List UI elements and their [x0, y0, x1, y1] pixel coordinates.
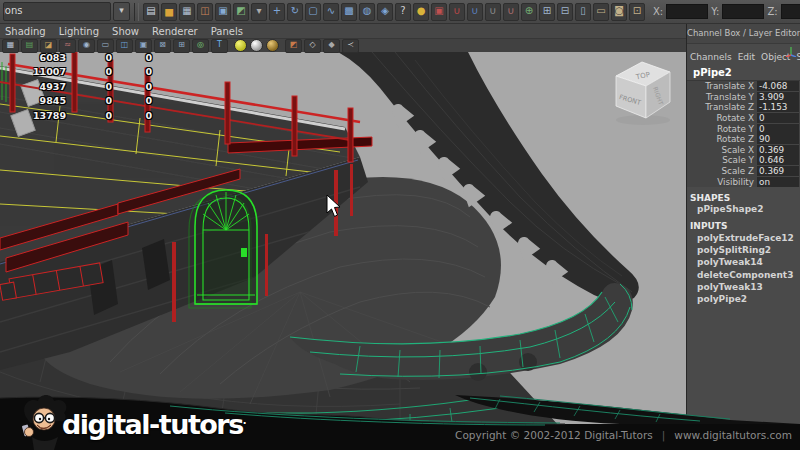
- y-input[interactable]: [722, 4, 764, 19]
- curve-tool-icon[interactable]: ∿: [323, 3, 339, 21]
- two-d-pan-zoom-icon[interactable]: ▣: [135, 39, 152, 53]
- channel-attribute-value[interactable]: 0.646: [757, 155, 799, 165]
- snap-point-magnet-icon[interactable]: ∪: [485, 3, 501, 21]
- input-node[interactable]: polyTweak14: [687, 256, 800, 268]
- scale-tool-icon[interactable]: ▢: [305, 3, 321, 21]
- panel-menubar: ShadingLightingShowRendererPanels: [0, 24, 686, 38]
- selected-object-name[interactable]: pPipe2: [687, 64, 800, 80]
- texture-view-icon[interactable]: T: [211, 39, 228, 53]
- show-manipulator-icon[interactable]: ◈: [377, 3, 393, 21]
- image-plane-icon[interactable]: ◫: [116, 39, 133, 53]
- channel-attribute-value[interactable]: 3.909: [757, 92, 799, 102]
- textured-cube-icon[interactable]: ◆: [323, 39, 340, 53]
- construction-history-icon[interactable]: ▯: [575, 3, 591, 21]
- view-axis-icon[interactable]: ⊞: [173, 39, 190, 53]
- viewport-canvas[interactable]: TOP FRONT RIGHT persp: [0, 52, 686, 427]
- lattice-tool-icon[interactable]: ▩: [341, 3, 357, 21]
- smooth-shade-sphere-icon[interactable]: [250, 39, 263, 52]
- channel-attribute-row[interactable]: Translate Y 3.909: [687, 92, 800, 103]
- combo-arrow-icon[interactable]: ▾: [251, 3, 267, 21]
- input-node[interactable]: deleteComponent3: [687, 268, 800, 280]
- channel-attribute-label: Translate Z: [687, 102, 757, 112]
- snap-plane-magnet-icon[interactable]: ∪: [503, 3, 519, 21]
- channel-attribute-row[interactable]: Translate X -4.068: [687, 81, 800, 92]
- gate-mask-icon[interactable]: ≈: [59, 39, 76, 53]
- select-object-icon[interactable]: ▣: [215, 3, 231, 21]
- wireframe-shade-sphere-icon[interactable]: [234, 39, 247, 52]
- soft-mod-tool-icon[interactable]: ◍: [359, 3, 375, 21]
- render-settings-icon[interactable]: ⊡: [629, 3, 645, 21]
- icon-glyph: +: [273, 5, 281, 16]
- perspective-viewport[interactable]: TOP FRONT RIGHT persp: [0, 52, 686, 427]
- channel-attribute-row[interactable]: Scale X 0.369: [687, 145, 800, 156]
- file-new-icon[interactable]: ▤: [143, 3, 159, 21]
- panel-menu-item[interactable]: Shading: [5, 26, 46, 37]
- output-connections-icon[interactable]: ⊟: [557, 3, 573, 21]
- folder-open-icon[interactable]: ▅: [161, 3, 177, 21]
- channel-attribute-value[interactable]: 0.369: [757, 166, 799, 176]
- panel-menu-item[interactable]: Panels: [211, 26, 243, 37]
- grid-toggle-icon[interactable]: ▦: [2, 39, 19, 53]
- camera-attributes-icon[interactable]: ◉: [78, 39, 95, 53]
- input-connections-icon[interactable]: ⊞: [539, 3, 555, 21]
- help-icon[interactable]: ?: [395, 3, 411, 21]
- channel-box-menu-item[interactable]: Channels: [690, 52, 732, 62]
- rotate-tool-icon[interactable]: ↻: [287, 3, 303, 21]
- channel-attribute-label: Scale Y: [687, 155, 757, 165]
- channel-attribute-row[interactable]: Visibility on: [687, 176, 800, 187]
- axis-manipulator-icon[interactable]: [785, 45, 797, 57]
- channel-attribute-value[interactable]: 0: [757, 113, 799, 123]
- snap-curve-magnet-icon[interactable]: ∪: [467, 3, 483, 21]
- panel-menu-item[interactable]: Renderer: [152, 26, 198, 37]
- channel-box-menu-item[interactable]: Edit: [738, 52, 755, 62]
- channel-attribute-value[interactable]: 0.369: [757, 145, 799, 155]
- input-node[interactable]: polyPipe2: [687, 293, 800, 305]
- active-door-arch[interactable]: [189, 190, 257, 308]
- icon-glyph: ▣: [140, 40, 148, 49]
- x-input[interactable]: [666, 4, 708, 19]
- lock-icon[interactable]: ●: [413, 3, 429, 21]
- channel-attribute-row[interactable]: Scale Y 0.646: [687, 155, 800, 166]
- film-gate-icon[interactable]: ▤: [21, 39, 38, 53]
- bookmark-icon[interactable]: ▭: [97, 39, 114, 53]
- channel-attribute-value[interactable]: 90: [757, 134, 799, 144]
- z-input[interactable]: [781, 4, 800, 19]
- icon-glyph: ▢: [308, 5, 317, 16]
- snap-grid-magnet-icon[interactable]: ∪: [449, 3, 465, 21]
- input-node[interactable]: polyTweak13: [687, 281, 800, 293]
- resolution-gate-icon[interactable]: ◪: [40, 39, 57, 53]
- menu-set-dropdown[interactable]: Polygons: [3, 2, 111, 21]
- channel-attribute-row[interactable]: Rotate X 0: [687, 113, 800, 124]
- channel-attribute-value[interactable]: -1.153: [757, 102, 799, 112]
- panel-menu-item[interactable]: Show: [112, 26, 139, 37]
- textured-shade-sphere-icon[interactable]: [266, 39, 279, 52]
- shape-node[interactable]: pPipeShape2: [687, 203, 800, 215]
- default-material-icon[interactable]: ◇: [304, 39, 321, 53]
- share-nodes-icon[interactable]: ≺: [342, 39, 359, 53]
- channel-attribute-row[interactable]: Scale Z 0.369: [687, 166, 800, 177]
- isolate-select-icon[interactable]: ◩: [285, 39, 302, 53]
- panel-menu-item[interactable]: Lighting: [59, 26, 99, 37]
- icon-glyph: ≺: [347, 40, 354, 49]
- channel-attribute-value[interactable]: -4.068: [757, 81, 799, 91]
- oversampling-icon[interactable]: ⊠: [154, 39, 171, 53]
- channel-attribute-row[interactable]: Rotate Y 0: [687, 123, 800, 134]
- input-node[interactable]: polySplitRing2: [687, 244, 800, 256]
- move-tool-icon[interactable]: +: [269, 3, 285, 21]
- save-scene-icon[interactable]: ▦: [179, 3, 195, 21]
- safe-title-icon[interactable]: ◎: [192, 39, 209, 53]
- channel-attribute-row[interactable]: Rotate Z 90: [687, 134, 800, 145]
- render-current-frame-icon[interactable]: ▭: [593, 3, 609, 21]
- icon-glyph: ◉: [83, 40, 90, 49]
- input-node[interactable]: polyExtrudeFace12: [687, 231, 800, 243]
- channel-attribute-row[interactable]: Translate Z -1.153: [687, 102, 800, 113]
- channel-attribute-value[interactable]: on: [757, 177, 799, 187]
- channel-attribute-value[interactable]: 0: [757, 124, 799, 134]
- make-live-icon[interactable]: ⊕: [521, 3, 537, 21]
- select-component-icon[interactable]: ◩: [233, 3, 249, 21]
- ipr-render-icon[interactable]: ◙: [611, 3, 627, 21]
- select-hierarchy-icon[interactable]: ◫: [197, 3, 213, 21]
- menu-set-arrow-button[interactable]: ▾: [113, 2, 130, 21]
- channel-box-tab[interactable]: Channel Box / Layer Editor: [687, 24, 800, 44]
- highlight-selection-icon[interactable]: ▣: [431, 3, 447, 21]
